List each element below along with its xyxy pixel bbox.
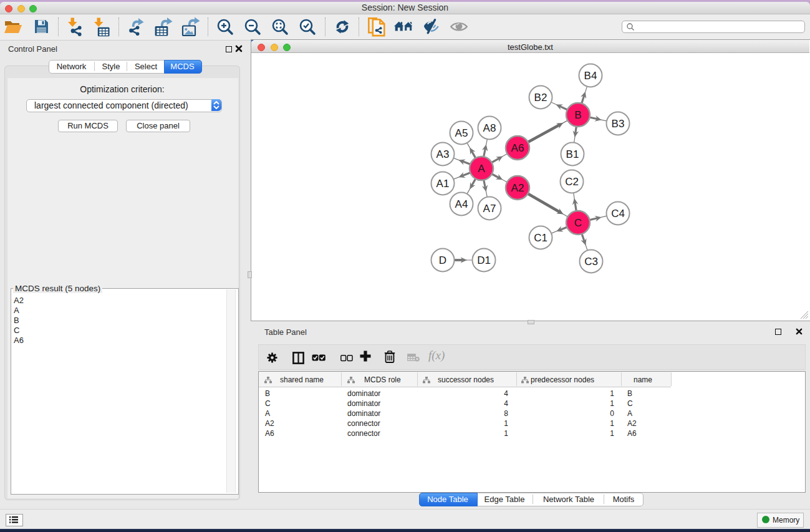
svg-text:A8: A8 [483, 122, 496, 134]
svg-text:A: A [478, 163, 485, 175]
svg-text:D1: D1 [477, 254, 491, 266]
svg-text:A3: A3 [436, 148, 450, 160]
svg-text:C2: C2 [565, 176, 579, 188]
svg-text:D: D [439, 254, 446, 266]
svg-text:B3: B3 [612, 118, 625, 130]
svg-text:A7: A7 [483, 203, 496, 215]
svg-text:B2: B2 [534, 92, 547, 104]
svg-text:B1: B1 [566, 148, 579, 160]
svg-text:A6: A6 [511, 142, 524, 154]
svg-text:A2: A2 [511, 182, 524, 194]
svg-text:C3: C3 [584, 256, 598, 268]
svg-text:A4: A4 [455, 198, 468, 210]
svg-text:C1: C1 [534, 232, 547, 244]
svg-text:B4: B4 [584, 70, 597, 82]
svg-text:A5: A5 [455, 127, 468, 139]
svg-text:B: B [574, 109, 581, 121]
svg-text:C: C [574, 217, 582, 229]
svg-text:A1: A1 [436, 178, 450, 190]
svg-text:C4: C4 [611, 208, 625, 220]
